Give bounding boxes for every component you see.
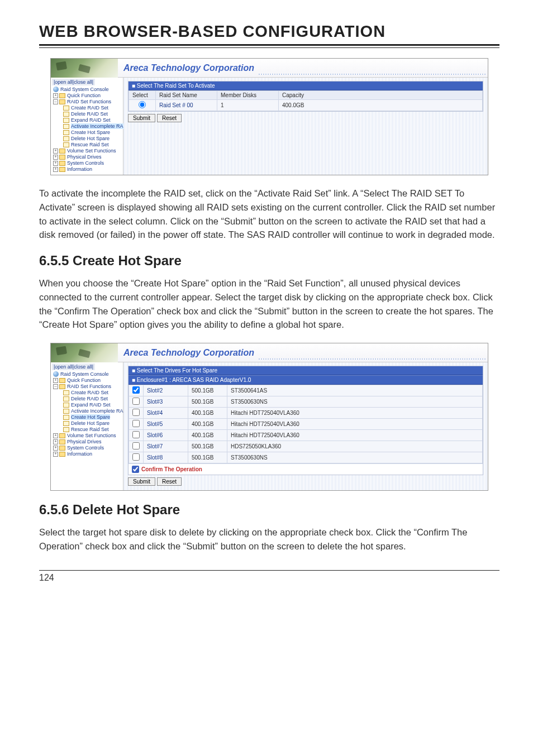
globe-icon (53, 87, 59, 92)
sidebar-item[interactable]: Create RAID Set (53, 390, 123, 396)
sidebar: |open all|close all| Raid System Console… (51, 362, 123, 490)
plus-icon: + (53, 161, 58, 166)
confirm-checkbox[interactable] (132, 466, 139, 473)
file-icon (63, 409, 69, 414)
tree-volume-set[interactable]: +Volume Set Functions (53, 148, 123, 154)
drives-table: Slot#2500.1GBST3500641ASSlot#3500.1GBST3… (129, 385, 483, 463)
file-icon (63, 136, 69, 141)
table-row: Slot#6400.1GBHitachi HDT725040VLA360 (129, 430, 483, 441)
sidebar-item-label: Create Hot Spare (71, 414, 110, 420)
folder-icon (59, 452, 65, 457)
cell-capacity: 500.1GB (188, 385, 227, 396)
tree-physical-drives[interactable]: +Physical Drives (53, 439, 123, 445)
folder-icon (59, 93, 65, 98)
tree-root[interactable]: Raid System Console (53, 371, 123, 377)
tree-quick-function[interactable]: +Quick Function (53, 377, 123, 384)
drive-checkbox[interactable] (132, 409, 140, 416)
tree-root[interactable]: Raid System Console (53, 87, 123, 93)
sidebar-item[interactable]: Delete RAID Set (53, 111, 123, 117)
sidebar-item-label: Rescue Raid Set (71, 142, 109, 147)
tree-label: RAID Set Functions (67, 384, 111, 389)
drive-checkbox[interactable] (132, 453, 140, 461)
sidebar-item[interactable]: Delete RAID Set (53, 396, 123, 402)
sidebar-item-label: Delete RAID Set (71, 111, 108, 117)
reset-button[interactable]: Reset (157, 477, 182, 486)
slot-link[interactable]: Slot#3 (144, 396, 188, 408)
tree-system-controls[interactable]: +System Controls (53, 160, 123, 166)
drive-checkbox[interactable] (132, 398, 140, 405)
globe-icon (53, 371, 59, 377)
sidebar-item[interactable]: Expand RAID Set (53, 117, 123, 123)
col-member-disks: Member Disks (217, 91, 279, 100)
table-row: Slot#4400.1GBHitachi HDT725040VLA360 (129, 408, 483, 419)
banner-stripe (259, 74, 486, 75)
tree-volume-set[interactable]: +Volume Set Functions (53, 433, 123, 439)
sidebar-item[interactable]: Rescue Raid Set (53, 142, 123, 148)
banner-art (51, 343, 118, 362)
rule-thick (39, 44, 499, 46)
sidebar-item[interactable]: Activate Incomplete RAID S (53, 408, 123, 414)
banner-stripe (259, 358, 486, 360)
drive-checkbox[interactable] (132, 386, 140, 394)
cell-model: Hitachi HDT725040VLA360 (227, 419, 483, 430)
col-select: Select (129, 91, 156, 100)
cell-model: Hitachi HDT725040VLA360 (227, 408, 483, 419)
folder-icon (59, 99, 65, 104)
raidset-name-link[interactable]: Raid Set # 00 (156, 100, 217, 111)
reset-button[interactable]: Reset (157, 114, 182, 122)
slot-link[interactable]: Slot#8 (144, 452, 188, 463)
sidebar-item[interactable]: Delete Hot Spare (53, 136, 123, 142)
main-pane: ■ Select The Raid Set To Activate Select… (123, 78, 488, 175)
tree-raidset-functions[interactable]: –RAID Set Functions (53, 384, 123, 390)
tree-label: Physical Drives (67, 439, 102, 444)
sidebar-item[interactable]: Create RAID Set (53, 105, 123, 111)
sidebar-item[interactable]: Activate Incomplete RAID S (53, 123, 123, 130)
tree-label: RAID Set Functions (67, 99, 111, 104)
file-icon (63, 427, 69, 432)
drive-checkbox[interactable] (132, 420, 140, 427)
slot-link[interactable]: Slot#4 (144, 408, 188, 419)
tree-quick-function[interactable]: +Quick Function (53, 93, 123, 99)
drive-checkbox[interactable] (132, 431, 140, 438)
folder-icon (59, 384, 65, 389)
cell-disks: 1 (217, 100, 279, 111)
cell-capacity: 400.0GB (279, 100, 483, 111)
tree-information[interactable]: +Information (53, 451, 123, 457)
table-row: Raid Set # 00 1 400.0GB (129, 100, 483, 111)
tree-root-label: Raid System Console (60, 371, 109, 377)
submit-button[interactable]: Submit (128, 477, 155, 486)
tree-system-controls[interactable]: +System Controls (53, 445, 123, 451)
select-radio[interactable] (139, 101, 146, 108)
sidebar-item[interactable]: Delete Hot Spare (53, 420, 123, 427)
folder-icon (59, 446, 65, 451)
tree-raidset-functions[interactable]: –RAID Set Functions (53, 99, 123, 105)
tree-toggle-all[interactable]: |open all|close all| (52, 363, 95, 370)
sidebar-item[interactable]: Create Hot Spare (53, 414, 123, 420)
slot-link[interactable]: Slot#5 (144, 419, 188, 430)
app-banner: Areca Technology Corporation (51, 343, 488, 362)
tree-label: Quick Function (67, 93, 101, 98)
sidebar-item[interactable]: Create Hot Spare (53, 130, 123, 136)
plus-icon: + (53, 446, 58, 451)
sidebar-item[interactable]: Rescue Raid Set (53, 427, 123, 433)
tree-toggle-all[interactable]: |open all|close all| (52, 79, 95, 85)
screenshot-activate-raid: Areca Technology Corporation |open all|c… (50, 58, 488, 175)
sidebar-item-label: Expand RAID Set (71, 117, 111, 123)
plus-icon: + (53, 167, 58, 172)
tree-physical-drives[interactable]: +Physical Drives (53, 154, 123, 160)
slot-link[interactable]: Slot#2 (144, 385, 188, 396)
sidebar-item-label: Expand RAID Set (71, 402, 111, 408)
sidebar-item[interactable]: Expand RAID Set (53, 402, 123, 408)
file-icon (63, 415, 69, 420)
submit-button[interactable]: Submit (128, 114, 155, 122)
file-icon (63, 421, 69, 426)
slot-link[interactable]: Slot#7 (144, 441, 188, 452)
tree-label: System Controls (67, 160, 104, 166)
cell-capacity: 400.1GB (188, 419, 227, 430)
drive-checkbox[interactable] (132, 442, 140, 449)
tree-information[interactable]: +Information (53, 166, 123, 173)
slot-link[interactable]: Slot#6 (144, 430, 188, 441)
cell-capacity: 500.1GB (188, 452, 227, 463)
banner-title: Areca Technology Corporation (123, 63, 254, 73)
paragraph: Select the target hot spare disk to dele… (39, 525, 499, 553)
